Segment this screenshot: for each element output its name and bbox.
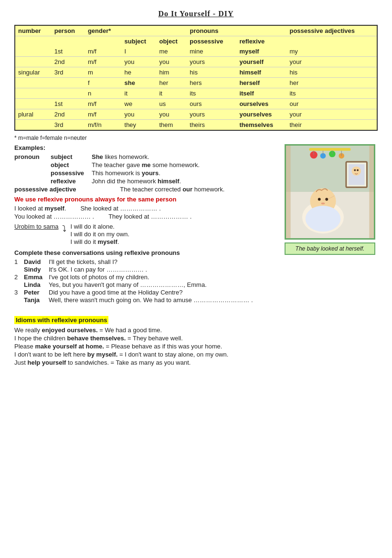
fill-line: I looked at myself.She looked at ……………… … bbox=[14, 205, 277, 212]
cell-possessive: its bbox=[187, 88, 236, 99]
svg-rect-3 bbox=[369, 146, 374, 238]
cell-possessive: his bbox=[187, 67, 236, 78]
ex-text: The teacher gave me some homework. bbox=[92, 161, 200, 168]
example-row: object The teacher gave me some homework… bbox=[14, 161, 277, 168]
cell-reflexive: ourselves bbox=[236, 99, 286, 109]
cell-gender: m/f bbox=[85, 109, 122, 120]
cell-person: 3rd bbox=[52, 67, 85, 78]
ex-type: object bbox=[51, 161, 89, 168]
conv-text: Well, there wasn't much going on. We had… bbox=[49, 296, 277, 304]
table-row: n it it its itself its bbox=[15, 88, 377, 99]
svg-point-20 bbox=[318, 198, 321, 201]
cell-gender: m/f bbox=[85, 99, 122, 109]
cell-person bbox=[52, 78, 85, 88]
cell-object: it bbox=[156, 88, 187, 99]
cell-object: her bbox=[156, 78, 187, 88]
cell-number: plural bbox=[15, 109, 52, 120]
conv-num bbox=[14, 266, 21, 273]
conv-name: Emma bbox=[24, 274, 46, 281]
conv-name: David bbox=[24, 258, 46, 265]
cell-person: 1st bbox=[52, 46, 85, 57]
conv-num bbox=[14, 281, 21, 288]
cell-number: singular bbox=[15, 67, 52, 78]
conv-row: Sindy It's OK. I can pay for ……………… . bbox=[14, 266, 277, 273]
cell-person: 1st bbox=[52, 99, 85, 109]
col-possessive: possessive bbox=[187, 36, 236, 47]
cell-subject: we bbox=[122, 99, 157, 109]
examples-section: Examples: pronoun subject She likes home… bbox=[14, 144, 378, 307]
cell-poss-adj: her bbox=[286, 78, 377, 88]
cell-poss-adj: my bbox=[286, 46, 377, 57]
page-title: Do It Yourself - DIY bbox=[14, 10, 378, 18]
table-row: f she her hers herself her bbox=[15, 78, 377, 88]
urobim-line: I will do it myself. bbox=[70, 238, 129, 245]
cell-reflexive: yourselves bbox=[236, 109, 286, 120]
conv-name: Linda bbox=[24, 281, 46, 288]
conv-row: 1 David I'll get the tickets, shall I? bbox=[14, 258, 277, 265]
table-note: * m=male f=female n=neuter bbox=[14, 135, 378, 141]
col-reflexive: reflexive bbox=[236, 36, 286, 47]
baby-image bbox=[286, 146, 374, 238]
ex-text: This homework is yours. bbox=[92, 169, 160, 177]
ex-type: subject bbox=[51, 153, 89, 160]
example-row: possessive adjective The teacher correct… bbox=[14, 186, 277, 193]
fill-right: She looked at ……………… . bbox=[80, 205, 160, 212]
col-object: object bbox=[156, 36, 187, 47]
cell-subject: they bbox=[122, 120, 157, 130]
cell-reflexive: myself bbox=[236, 46, 286, 57]
examples-label: Examples: bbox=[14, 144, 277, 151]
table-row: 1st m/f I me mine myself my bbox=[15, 46, 377, 57]
cell-possessive: yours bbox=[187, 57, 236, 67]
conversations: 1 David I'll get the tickets, shall I? S… bbox=[14, 258, 277, 304]
ex-text: The teacher corrected our homework. bbox=[120, 186, 224, 193]
fill-left: You looked at ……………… . bbox=[14, 213, 94, 220]
example-row: possessive This homework is yours. bbox=[14, 169, 277, 177]
cell-possessive: theirs bbox=[187, 120, 236, 130]
cell-subject: you bbox=[122, 109, 157, 120]
ex-text: She likes homework. bbox=[92, 153, 149, 160]
example-row: reflexive John did the homework himself. bbox=[14, 178, 277, 185]
idiom-item: I don't want to be left here by myself. … bbox=[14, 351, 378, 358]
conv-name: Sindy bbox=[24, 266, 46, 273]
idiom-item: I hope the children behave themselves. =… bbox=[14, 335, 378, 342]
cell-subject: she bbox=[122, 78, 157, 88]
ex-pronoun: pronoun bbox=[14, 153, 48, 160]
baby-image-box bbox=[285, 144, 375, 240]
fill-left: I looked at myself. bbox=[14, 205, 66, 212]
conv-row: Linda Yes, but you haven't got many of …… bbox=[14, 281, 277, 288]
cell-poss-adj: their bbox=[286, 120, 377, 130]
examples-left: Examples: pronoun subject She likes home… bbox=[14, 144, 277, 307]
table-row: 3rd m/f/n they them theirs themselves th… bbox=[15, 120, 377, 130]
idioms-list: We really enjoyed ourselves. = We had a … bbox=[14, 326, 378, 366]
table-row: singular 3rd m he him his himself his bbox=[15, 67, 377, 78]
col-poss-adj: possessive adjectives bbox=[286, 26, 377, 36]
idiom-item: We really enjoyed ourselves. = We had a … bbox=[14, 326, 378, 334]
cell-subject: I bbox=[122, 46, 157, 57]
cell-gender: m bbox=[85, 67, 122, 78]
cell-object: us bbox=[156, 99, 187, 109]
cell-gender: m/f bbox=[85, 57, 122, 67]
cell-possessive: ours bbox=[187, 99, 236, 109]
urobim-line: I will do it alone. bbox=[70, 223, 129, 230]
conv-text: Did you have a good time at the Holiday … bbox=[49, 289, 277, 296]
cell-subject: it bbox=[122, 88, 157, 99]
conversations-title: Complete these conversations using refle… bbox=[14, 249, 277, 256]
fill-line: You looked at ……………… .They looked at ………… bbox=[14, 213, 277, 220]
conv-text: I'll get the tickets, shall I? bbox=[49, 258, 277, 265]
cell-possessive: hers bbox=[187, 78, 236, 88]
urobim-line: I will do it on my own. bbox=[70, 231, 129, 238]
cell-reflexive: themselves bbox=[236, 120, 286, 130]
pronoun-table: number person gender* pronouns possessiv… bbox=[15, 26, 377, 130]
cell-poss-adj: our bbox=[286, 99, 377, 109]
table-row: 1st m/f we us ours ourselves our bbox=[15, 99, 377, 109]
example-row: pronoun subject She likes homework. bbox=[14, 153, 277, 160]
cell-gender: m/f bbox=[85, 46, 122, 57]
conv-row: 3 Peter Did you have a good time at the … bbox=[14, 289, 277, 296]
cell-poss-adj: your bbox=[286, 109, 377, 120]
cell-possessive: yours bbox=[187, 109, 236, 120]
cell-gender: f bbox=[85, 78, 122, 88]
cell-reflexive: itself bbox=[236, 88, 286, 99]
cell-object: them bbox=[156, 120, 187, 130]
urobim-lines: I will do it alone.I will do it on my ow… bbox=[70, 223, 129, 245]
cell-number bbox=[15, 78, 52, 88]
